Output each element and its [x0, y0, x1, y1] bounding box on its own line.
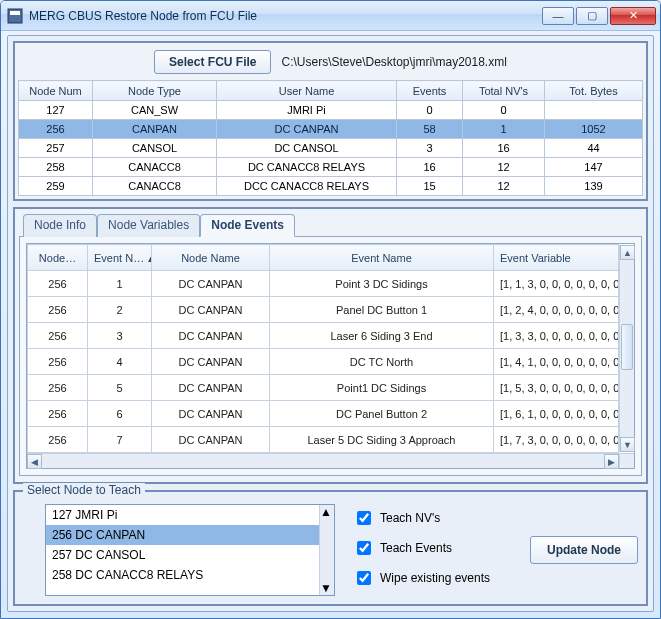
tab-node-variables[interactable]: Node Variables — [97, 214, 200, 237]
table-cell: 3 — [397, 139, 463, 158]
scroll-down-icon[interactable]: ▼ — [320, 581, 334, 595]
events-header[interactable]: Node Name — [152, 245, 270, 271]
table-cell: 256 — [28, 297, 88, 323]
minimize-button[interactable]: — — [542, 7, 574, 25]
table-cell: 258 — [19, 158, 93, 177]
scroll-left-icon[interactable]: ◀ — [27, 454, 42, 469]
table-cell: [1, 7, 3, 0, 0, 0, 0, 0, 0, 0, — [494, 427, 619, 453]
table-row[interactable]: 257CANSOLDC CANSOL31644 — [19, 139, 643, 158]
teach-list-scrollbar[interactable]: ▲ ▼ — [319, 505, 334, 595]
table-row[interactable]: 258CANACC8DC CANACC8 RELAYS1612147 — [19, 158, 643, 177]
events-header-row[interactable]: Node… Event N…▲ Node Name Event Name Eve… — [28, 245, 619, 271]
maximize-button[interactable]: ▢ — [576, 7, 608, 25]
table-cell: Panel DC Button 1 — [270, 297, 494, 323]
events-header[interactable]: Node… — [28, 245, 88, 271]
tab-panel-node-events: Node… Event N…▲ Node Name Event Name Eve… — [19, 236, 642, 476]
table-cell: 12 — [463, 177, 545, 196]
checkbox[interactable] — [357, 511, 371, 525]
scroll-thumb[interactable] — [621, 324, 633, 370]
list-item[interactable]: 258 DC CANACC8 RELAYS — [46, 565, 334, 585]
list-item[interactable]: 257 DC CANSOL — [46, 545, 334, 565]
table-cell: DC TC North — [270, 349, 494, 375]
events-header[interactable]: Event Variable — [494, 245, 619, 271]
tabs-panel: Node Info Node Variables Node Events Nod… — [13, 207, 648, 484]
table-cell: CANSOL — [93, 139, 217, 158]
table-cell: 1052 — [545, 120, 643, 139]
table-cell: 256 — [28, 401, 88, 427]
table-cell: 256 — [28, 323, 88, 349]
table-row[interactable]: 2562DC CANPANPanel DC Button 1[1, 2, 4, … — [28, 297, 619, 323]
events-header[interactable]: Event Name — [270, 245, 494, 271]
update-node-button[interactable]: Update Node — [530, 536, 638, 564]
table-row[interactable]: 127CAN_SWJMRI Pi00 — [19, 101, 643, 120]
checkbox[interactable] — [357, 541, 371, 555]
table-row[interactable]: 2567DC CANPANLaser 5 DC Siding 3 Approac… — [28, 427, 619, 453]
sort-asc-icon: ▲ — [146, 254, 151, 264]
teach-options: Teach NV's Teach Events Wipe existing ev… — [353, 504, 490, 588]
file-path-label: C:\Users\Steve\Desktop\jmri\may2018.xml — [281, 55, 506, 69]
table-cell: 256 — [28, 271, 88, 297]
table-cell: 16 — [397, 158, 463, 177]
scroll-up-icon[interactable]: ▲ — [620, 245, 635, 260]
app-icon — [7, 8, 23, 24]
table-cell: 0 — [463, 101, 545, 120]
table-row[interactable]: 256CANPANDC CANPAN5811052 — [19, 120, 643, 139]
scroll-down-icon[interactable]: ▼ — [620, 437, 635, 452]
table-cell: CANACC8 — [93, 158, 217, 177]
table-row[interactable]: 2561DC CANPANPoint 3 DC Sidings[1, 1, 3,… — [28, 271, 619, 297]
close-button[interactable]: ✕ — [610, 7, 656, 25]
table-row[interactable]: 2566DC CANPANDC Panel Button 2[1, 6, 1, … — [28, 401, 619, 427]
svg-rect-1 — [10, 11, 20, 15]
wipe-events-checkbox[interactable]: Wipe existing events — [353, 568, 490, 588]
table-cell: 44 — [545, 139, 643, 158]
events-table[interactable]: Node… Event N…▲ Node Name Event Name Eve… — [27, 244, 619, 453]
table-cell: 1 — [463, 120, 545, 139]
table-cell: DC CANPAN — [152, 323, 270, 349]
client-area: Select FCU File C:\Users\Steve\Desktop\j… — [7, 35, 654, 612]
file-and-nodes-panel: Select FCU File C:\Users\Steve\Desktop\j… — [13, 41, 648, 201]
table-cell: Point1 DC Sidings — [270, 375, 494, 401]
table-cell: CANPAN — [93, 120, 217, 139]
nodes-header[interactable]: Node Num — [19, 81, 93, 101]
table-cell: 6 — [88, 401, 152, 427]
teach-nv-checkbox[interactable]: Teach NV's — [353, 508, 490, 528]
table-row[interactable]: 259CANACC8DCC CANACC8 RELAYS1512139 — [19, 177, 643, 196]
nodes-header[interactable]: Total NV's — [463, 81, 545, 101]
table-cell: JMRI Pi — [217, 101, 397, 120]
teach-events-label: Teach Events — [380, 541, 452, 555]
table-cell: 15 — [397, 177, 463, 196]
nodes-header[interactable]: User Name — [217, 81, 397, 101]
list-item[interactable]: 127 JMRI Pi — [46, 505, 334, 525]
table-cell: 12 — [463, 158, 545, 177]
tab-node-info[interactable]: Node Info — [23, 214, 97, 237]
checkbox[interactable] — [357, 571, 371, 585]
list-item[interactable]: 256 DC CANPAN — [46, 525, 334, 545]
table-cell: CANACC8 — [93, 177, 217, 196]
select-fcu-file-button[interactable]: Select FCU File — [154, 50, 271, 74]
tab-node-events[interactable]: Node Events — [200, 214, 295, 237]
events-header[interactable]: Event N…▲ — [88, 245, 152, 271]
events-horizontal-scrollbar[interactable]: ◀ ▶ — [27, 453, 619, 468]
nodes-header[interactable]: Node Type — [93, 81, 217, 101]
nodes-header[interactable]: Events — [397, 81, 463, 101]
table-cell: 256 — [28, 427, 88, 453]
table-cell: 3 — [88, 323, 152, 349]
table-cell: [1, 2, 4, 0, 0, 0, 0, 0, 0, 0, — [494, 297, 619, 323]
teach-node-list[interactable]: 127 JMRI Pi256 DC CANPAN257 DC CANSOL258… — [45, 504, 335, 596]
teach-legend: Select Node to Teach — [23, 483, 145, 497]
events-vertical-scrollbar[interactable]: ▲ ▼ — [619, 245, 634, 452]
table-row[interactable]: 2565DC CANPANPoint1 DC Sidings[1, 5, 3, … — [28, 375, 619, 401]
scroll-up-icon[interactable]: ▲ — [320, 505, 334, 519]
table-cell: DC CANPAN — [152, 401, 270, 427]
teach-events-checkbox[interactable]: Teach Events — [353, 538, 490, 558]
nodes-header-row[interactable]: Node Num Node Type User Name Events Tota… — [19, 81, 643, 101]
scroll-right-icon[interactable]: ▶ — [604, 454, 619, 469]
table-cell: [1, 4, 1, 0, 0, 0, 0, 0, 0, 0, — [494, 349, 619, 375]
table-cell: 147 — [545, 158, 643, 177]
nodes-table[interactable]: Node Num Node Type User Name Events Tota… — [18, 80, 643, 196]
table-cell: 16 — [463, 139, 545, 158]
table-cell: DC CANPAN — [217, 120, 397, 139]
table-row[interactable]: 2564DC CANPANDC TC North[1, 4, 1, 0, 0, … — [28, 349, 619, 375]
table-row[interactable]: 2563DC CANPANLaser 6 Siding 3 End[1, 3, … — [28, 323, 619, 349]
nodes-header[interactable]: Tot. Bytes — [545, 81, 643, 101]
